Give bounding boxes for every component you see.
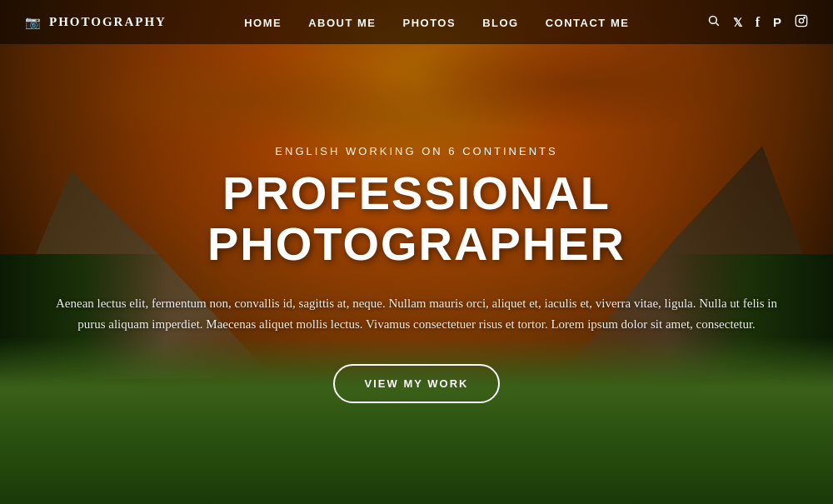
nav-link-about[interactable]: ABOUT ME: [308, 17, 376, 29]
instagram-icon[interactable]: [795, 14, 808, 31]
svg-point-3: [799, 18, 803, 22]
site-logo[interactable]: 📷 PHOTOGRAPHY: [25, 15, 167, 30]
nav-link-blog[interactable]: BLOG: [482, 17, 519, 29]
nav-link-contact[interactable]: CONTACT ME: [546, 17, 630, 29]
nav-link-photos[interactable]: PHOTOS: [402, 17, 456, 29]
svg-rect-2: [796, 15, 806, 26]
nav-item-home[interactable]: HOME: [244, 15, 282, 30]
nav-item-photos[interactable]: PHOTOS: [402, 15, 456, 30]
view-work-button[interactable]: VIEW MY WORK: [333, 364, 501, 403]
svg-line-1: [716, 22, 718, 25]
hero-subtitle: ENGLISH WORKING ON 6 CONTINENTS: [275, 145, 557, 157]
hero-section: 📷 PHOTOGRAPHY HOME ABOUT ME PHOTOS BLOG …: [0, 0, 833, 504]
search-icon[interactable]: [707, 14, 720, 30]
camera-icon: 📷: [25, 15, 42, 30]
main-nav: 📷 PHOTOGRAPHY HOME ABOUT ME PHOTOS BLOG …: [0, 0, 833, 44]
nav-item-contact[interactable]: CONTACT ME: [546, 15, 630, 30]
svg-point-4: [804, 17, 805, 17]
nav-item-about[interactable]: ABOUT ME: [308, 15, 376, 30]
hero-content: ENGLISH WORKING ON 6 CONTINENTS PROFESSI…: [0, 0, 833, 504]
nav-menu: HOME ABOUT ME PHOTOS BLOG CONTACT ME: [244, 15, 629, 30]
logo-text: PHOTOGRAPHY: [49, 15, 167, 29]
nav-link-home[interactable]: HOME: [244, 17, 282, 29]
pinterest-icon[interactable]: P: [773, 15, 781, 29]
nav-item-blog[interactable]: BLOG: [482, 15, 519, 30]
twitter-icon[interactable]: 𝕏: [733, 16, 742, 29]
hero-title: PROFESSIONAL PHOTOGRAPHER: [50, 167, 783, 270]
nav-social-icons: 𝕏 f P: [707, 14, 808, 31]
facebook-icon[interactable]: f: [756, 15, 760, 30]
hero-description: Aenean lectus elit, fermentum non, conva…: [54, 293, 779, 335]
svg-point-0: [709, 17, 716, 24]
